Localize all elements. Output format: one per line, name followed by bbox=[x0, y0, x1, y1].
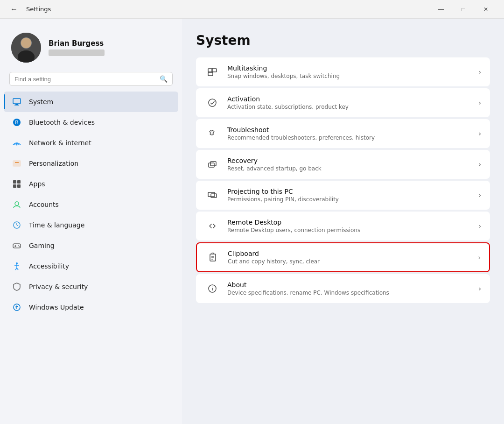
clipboard-icon bbox=[205, 250, 220, 265]
svg-point-10 bbox=[16, 144, 18, 146]
svg-rect-37 bbox=[209, 163, 214, 167]
sidebar-item-apps[interactable]: Apps bbox=[4, 174, 178, 194]
svg-rect-5 bbox=[13, 99, 21, 104]
search-box[interactable]: 🔍 bbox=[9, 72, 173, 86]
item-subtitle: Recommended troubleshooters, preferences… bbox=[227, 134, 471, 141]
item-title: Recovery bbox=[227, 157, 471, 164]
gaming-icon bbox=[11, 240, 22, 251]
settings-item-troubleshoot[interactable]: Troubleshoot Recommended troubleshooters… bbox=[196, 119, 490, 148]
sidebar-item-gaming[interactable]: Gaming bbox=[4, 235, 178, 256]
settings-item-activation[interactable]: Activation Activation state, subscriptio… bbox=[196, 88, 490, 117]
svg-rect-40 bbox=[211, 194, 217, 198]
settings-item-remote-desktop[interactable]: Remote Desktop Remote Desktop users, con… bbox=[196, 212, 490, 240]
accounts-icon bbox=[11, 199, 22, 210]
item-text-projecting: Projecting to this PC Permissions, pairi… bbox=[227, 188, 471, 203]
svg-point-3 bbox=[21, 38, 31, 48]
search-input[interactable] bbox=[14, 76, 156, 83]
search-icon: 🔍 bbox=[160, 75, 168, 83]
chevron-right-icon: › bbox=[478, 285, 481, 292]
title-bar: ← Settings — □ ✕ bbox=[0, 0, 504, 19]
item-title: Troubleshoot bbox=[227, 126, 471, 134]
main-content: System Multitasking Snap windows, deskto… bbox=[182, 19, 504, 424]
svg-point-36 bbox=[209, 99, 216, 106]
item-title: Remote Desktop bbox=[227, 219, 471, 226]
sidebar-item-privacy[interactable]: Privacy & security bbox=[4, 276, 178, 297]
item-subtitle: Reset, advanced startup, go back bbox=[227, 165, 471, 172]
sidebar-item-label: Time & language bbox=[29, 221, 84, 229]
sidebar-item-time[interactable]: Time & language bbox=[4, 215, 178, 235]
svg-rect-13 bbox=[13, 180, 16, 184]
sidebar-item-label: System bbox=[29, 98, 53, 106]
update-icon bbox=[11, 302, 22, 313]
title-bar-controls: — □ ✕ bbox=[430, 2, 497, 17]
sidebar-item-accessibility[interactable]: Accessibility bbox=[4, 256, 178, 276]
close-button[interactable]: ✕ bbox=[475, 2, 497, 17]
sidebar-item-label: Network & internet bbox=[29, 139, 91, 147]
privacy-icon bbox=[11, 281, 22, 292]
about-icon bbox=[205, 281, 220, 296]
title-bar-left: ← Settings bbox=[7, 3, 51, 16]
svg-rect-21 bbox=[13, 244, 21, 248]
page-title: System bbox=[196, 33, 490, 48]
nav-list: System B Bluetooth & devices Network & i… bbox=[0, 92, 182, 318]
sidebar-item-label: Personalization bbox=[29, 160, 78, 167]
maximize-button[interactable]: □ bbox=[453, 2, 474, 17]
svg-point-26 bbox=[16, 262, 18, 264]
svg-rect-11 bbox=[13, 161, 21, 166]
item-text-multitasking: Multitasking Snap windows, desktops, tas… bbox=[227, 64, 471, 79]
item-subtitle: Device specifications, rename PC, Window… bbox=[227, 290, 471, 296]
item-text-recovery: Recovery Reset, advanced startup, go bac… bbox=[227, 157, 471, 172]
settings-item-clipboard[interactable]: Clipboard Cut and copy history, sync, cl… bbox=[196, 242, 490, 272]
item-text-about: About Device specifications, rename PC, … bbox=[227, 281, 471, 296]
sidebar-item-personalization[interactable]: Personalization bbox=[4, 153, 178, 174]
svg-point-24 bbox=[18, 245, 19, 246]
chevron-right-icon: › bbox=[478, 254, 481, 261]
chevron-right-icon: › bbox=[478, 130, 481, 137]
svg-rect-16 bbox=[17, 184, 21, 188]
minimize-button[interactable]: — bbox=[430, 2, 452, 17]
svg-rect-38 bbox=[210, 162, 216, 166]
chevron-right-icon: › bbox=[478, 161, 481, 168]
sidebar-item-system[interactable]: System bbox=[4, 92, 178, 112]
projecting-icon bbox=[205, 188, 220, 203]
item-subtitle: Snap windows, desktops, task switching bbox=[227, 73, 471, 79]
settings-item-recovery[interactable]: Recovery Reset, advanced startup, go bac… bbox=[196, 150, 490, 179]
svg-line-30 bbox=[17, 268, 18, 270]
sidebar-item-label: Accessibility bbox=[29, 262, 69, 270]
sidebar: Brian Burgess 🔍 System B Bluetooth & dev… bbox=[0, 19, 182, 424]
back-button[interactable]: ← bbox=[7, 3, 21, 16]
svg-rect-35 bbox=[208, 72, 213, 76]
chevron-right-icon: › bbox=[478, 191, 481, 199]
item-subtitle: Cut and copy history, sync, clear bbox=[228, 258, 470, 265]
settings-item-about[interactable]: About Device specifications, rename PC, … bbox=[196, 274, 490, 303]
item-title: About bbox=[227, 281, 471, 289]
chevron-right-icon: › bbox=[478, 68, 481, 76]
item-text-activation: Activation Activation state, subscriptio… bbox=[227, 95, 471, 110]
sidebar-item-network[interactable]: Network & internet bbox=[4, 133, 178, 153]
network-icon bbox=[11, 137, 22, 148]
sidebar-item-label: Privacy & security bbox=[29, 283, 88, 290]
user-section: Brian Burgess bbox=[0, 28, 182, 72]
sidebar-item-accounts[interactable]: Accounts bbox=[4, 194, 178, 215]
settings-list: Multitasking Snap windows, desktops, tas… bbox=[196, 57, 490, 303]
apps-icon bbox=[11, 178, 22, 190]
sidebar-item-bluetooth[interactable]: B Bluetooth & devices bbox=[4, 112, 178, 133]
settings-item-multitasking[interactable]: Multitasking Snap windows, desktops, tas… bbox=[196, 57, 490, 86]
avatar bbox=[11, 33, 41, 63]
activation-icon bbox=[205, 95, 220, 110]
settings-item-projecting[interactable]: Projecting to this PC Permissions, pairi… bbox=[196, 181, 490, 210]
troubleshoot-icon bbox=[205, 126, 220, 141]
sidebar-item-label: Apps bbox=[29, 180, 45, 188]
accessibility-icon bbox=[11, 261, 22, 272]
svg-text:B: B bbox=[15, 120, 18, 125]
svg-rect-14 bbox=[17, 180, 21, 184]
user-name: Brian Burgess bbox=[49, 39, 105, 48]
sidebar-item-windows-update[interactable]: Windows Update bbox=[4, 297, 178, 318]
sidebar-item-label: Windows Update bbox=[29, 304, 84, 311]
app-body: Brian Burgess 🔍 System B Bluetooth & dev… bbox=[0, 19, 504, 424]
svg-rect-39 bbox=[208, 192, 215, 197]
remote-icon bbox=[205, 219, 220, 233]
item-text-troubleshoot: Troubleshoot Recommended troubleshooters… bbox=[227, 126, 471, 141]
svg-point-25 bbox=[19, 246, 20, 247]
item-title: Multitasking bbox=[227, 64, 471, 72]
